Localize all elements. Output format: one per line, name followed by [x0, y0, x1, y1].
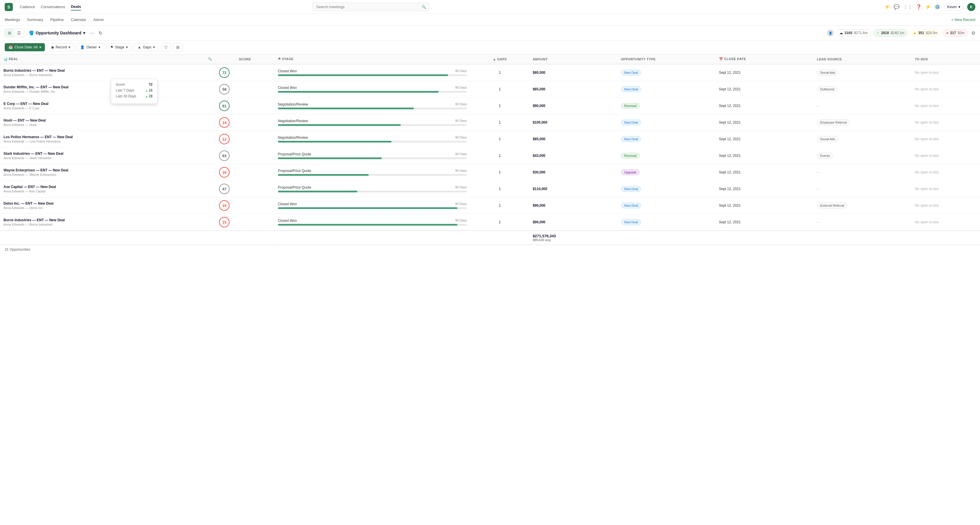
- gaps-value: 1: [471, 164, 530, 181]
- refresh-button[interactable]: ↻: [97, 29, 103, 37]
- close-date-value: Sept 12, 2021: [716, 148, 813, 164]
- stage-label: Stage: [115, 45, 124, 49]
- type-badge: New Deal: [617, 131, 716, 148]
- subnav-calendar[interactable]: Calendar: [71, 17, 86, 22]
- deal-name: Burns Industries — ENT — New Deal: [3, 218, 212, 222]
- type-badge: New Deal: [617, 197, 716, 214]
- amount-value: $110,000: [529, 181, 617, 197]
- gaps-value: 1: [471, 98, 530, 114]
- type-badge: New Deal: [617, 181, 716, 197]
- subnav-pipeline[interactable]: Pipeline: [50, 17, 64, 22]
- table-row[interactable]: Burns Industries — ENT — New Deal Anna E…: [0, 214, 980, 231]
- footer-count: 31 Opportunities: [0, 245, 980, 254]
- deal-sub: Anna Edwards — Hooli: [3, 123, 212, 127]
- table-row[interactable]: Los Pollos Hermanos — ENT — New Deal Ann…: [0, 131, 980, 148]
- settings-icon[interactable]: ⚙️: [934, 4, 940, 10]
- up-arrow-icon2: ▲: [145, 95, 148, 98]
- close-date-value: Sept 12, 2021: [716, 131, 813, 148]
- progress-bar-bg: [278, 141, 467, 143]
- todos-value: No open to-dos: [912, 164, 980, 181]
- filter-icon-button[interactable]: ▽: [161, 43, 171, 52]
- new-record-button[interactable]: + New Record: [951, 17, 975, 22]
- logo-icon[interactable]: S: [5, 3, 13, 11]
- todos-value: No open to-dos: [912, 64, 980, 81]
- record-icon: ◉: [51, 45, 54, 49]
- subnav-summary[interactable]: Summary: [27, 17, 43, 22]
- deal-name: Dunder Mifflin, Inc. — ENT — New Deal: [3, 85, 212, 89]
- table-row[interactable]: Hooli — ENT — New Deal Anna Edwards — Ho…: [0, 114, 980, 131]
- score-tooltip-label: Score: [116, 82, 125, 87]
- table-row[interactable]: Delos Inc. — ENT — New Deal Anna Edwards…: [0, 197, 980, 214]
- todos-value: No open to-dos: [912, 81, 980, 98]
- table-row[interactable]: Stark Industries — ENT — New Deal Anna E…: [0, 148, 980, 164]
- bolt-icon[interactable]: ⚡: [885, 4, 890, 10]
- lightning-icon[interactable]: ⚡: [925, 4, 931, 10]
- score-circle: 15: [219, 200, 229, 211]
- close-date-value: Sept 12, 2021: [716, 114, 813, 131]
- score-circle: 14: [219, 117, 229, 128]
- nav-cadence[interactable]: Cadence: [20, 3, 35, 10]
- chevron-icon5: ▾: [153, 45, 155, 49]
- toolbar: ⊞ ☰ 🪣 Opportunity Dashboard ▾ ⋯ ↻ 👤 ☁ 31…: [0, 25, 980, 41]
- close-date-filter[interactable]: 📅 Close Date: All ▾: [5, 43, 45, 51]
- dashboard-title[interactable]: 🪣 Opportunity Dashboard ▾: [29, 31, 85, 35]
- avatar[interactable]: K: [967, 3, 975, 11]
- amount-value: $90,000: [529, 98, 617, 114]
- avg-amount: $89,630 avg: [533, 238, 614, 242]
- close-date-value: Sept 12, 2021: [716, 181, 813, 197]
- close-date-value: Sept 12, 2021: [716, 64, 813, 81]
- stat-warn[interactable]: ▲ 351 $28.5m: [910, 29, 940, 36]
- more-options-button[interactable]: ⋯: [89, 29, 95, 37]
- chevron-icon: ▾: [40, 45, 41, 49]
- gaps-value: 1: [471, 214, 530, 231]
- table-row[interactable]: Axe Capital — ENT — New Deal Anna Edward…: [0, 181, 980, 197]
- score-circle: 81: [219, 101, 229, 111]
- stat-error[interactable]: ● 217 $3m: [943, 29, 968, 36]
- grid-view-button[interactable]: ⊞: [5, 29, 14, 37]
- nav-deals[interactable]: Deals: [71, 3, 81, 11]
- lead-col-header: LEAD SOURCE: [813, 54, 912, 64]
- lead-source-value: Social Ads: [813, 131, 912, 148]
- cloud-icon: ☁: [839, 31, 843, 35]
- owner-filter[interactable]: 👤 Owner ▾: [76, 43, 104, 51]
- warn-amount: $28.5m: [926, 31, 937, 35]
- record-filter[interactable]: ◉ Record ▾: [47, 43, 75, 51]
- column-search-icon[interactable]: 🔍: [208, 57, 212, 61]
- table-row[interactable]: Burns Industries — ENT — New Deal Anna E…: [0, 64, 980, 81]
- nav-conversations[interactable]: Conversations: [41, 3, 65, 10]
- search-icon: 🔍: [422, 5, 426, 9]
- subnav-meetings[interactable]: Meetings: [5, 17, 20, 22]
- gaps-value: 1: [471, 64, 530, 81]
- stage-filter[interactable]: ⚑ Stage ▾: [107, 43, 132, 51]
- date-col-header: CLOSE DATE: [724, 57, 746, 60]
- gaps-filter[interactable]: ▲ Gaps ▾: [134, 43, 159, 51]
- user-menu[interactable]: Kevin ▾: [944, 3, 964, 11]
- table-row[interactable]: Wayne Enterprises — ENT — New Deal Anna …: [0, 164, 980, 181]
- amount-col-header: AMOUNT: [529, 54, 617, 64]
- todos-col-header: TO DOS: [912, 54, 980, 64]
- progress-bar-fill: [278, 124, 401, 126]
- chevron-icon3: ▾: [99, 45, 100, 49]
- check-count: 2618: [881, 31, 889, 35]
- check-amount: $240.1m: [891, 31, 904, 35]
- stat-check[interactable]: ✓ 2618 $240.1m: [873, 29, 907, 36]
- stage-name: Negotiation/Review 90 Days: [278, 119, 467, 123]
- last7-label: Last 7 Days: [116, 88, 134, 92]
- stage-col-header: STAGE: [282, 57, 294, 60]
- list-view-button[interactable]: ☰: [14, 29, 24, 37]
- search-input[interactable]: [312, 3, 429, 11]
- settings-small-icon[interactable]: ⚙: [971, 30, 975, 36]
- subnav-admin[interactable]: Admin: [93, 17, 104, 22]
- gaps-col-icon: ▲: [493, 57, 496, 61]
- stat-total[interactable]: ☁ 3165 $271.6m: [836, 29, 871, 36]
- todos-value: No open to-dos: [912, 114, 980, 131]
- chevron-icon2: ▾: [68, 45, 70, 49]
- deal-name: Wayne Enterprises — ENT — New Deal: [3, 168, 212, 172]
- chat-icon[interactable]: 💬: [894, 4, 899, 10]
- columns-button[interactable]: ⊞: [173, 43, 183, 52]
- score-circle: 72: [219, 67, 229, 78]
- progress-bar-fill: [278, 224, 458, 226]
- help-icon[interactable]: ❓: [916, 4, 922, 10]
- grid-icon[interactable]: ⋮⋮: [903, 4, 912, 10]
- close-date-value: Sept 12, 2021: [716, 164, 813, 181]
